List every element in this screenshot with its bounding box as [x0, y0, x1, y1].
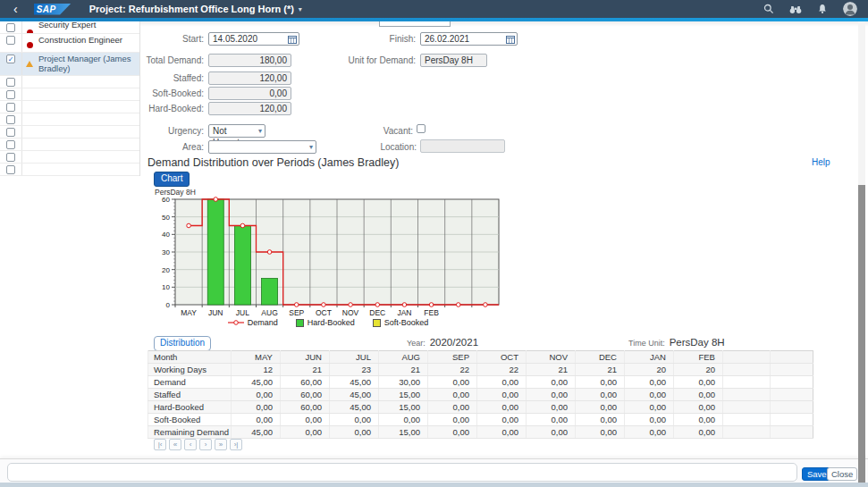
table-cell-empty — [722, 426, 770, 439]
table-cell: NOV — [526, 351, 575, 364]
start-date-input[interactable]: 14.05.2020 — [208, 32, 299, 46]
chevron-down-icon: ▾ — [258, 125, 262, 137]
hard-booked-input[interactable]: 120,00 — [208, 102, 291, 115]
pager-last-button[interactable]: ›| — [230, 439, 242, 450]
resource-checkbox[interactable] — [6, 153, 15, 162]
table-cell: 45,00 — [329, 389, 378, 401]
svg-text:30: 30 — [162, 248, 170, 256]
table-cell: 0,00 — [427, 401, 476, 414]
table-cell: FEB — [673, 351, 722, 364]
resource-list: Security ExpertConstruction Engineer✓Pro… — [0, 21, 140, 176]
pager-next-button[interactable]: › — [199, 439, 212, 450]
legend-label: Soft-Booked — [384, 318, 429, 327]
resource-row-empty — [0, 76, 139, 88]
pager-fast-forward-button[interactable]: » — [215, 439, 227, 450]
notifications-bell-icon[interactable] — [817, 4, 828, 14]
binoculars-icon[interactable] — [789, 4, 802, 14]
table-cell: 0,00 — [673, 414, 722, 426]
table-cell: 0,00 — [575, 426, 624, 439]
finish-date-input[interactable]: 26.02.2021 — [420, 32, 518, 46]
pager-fast-rewind-button[interactable]: « — [169, 439, 181, 450]
search-icon[interactable] — [763, 4, 774, 14]
table-cell: 0,00 — [673, 426, 722, 439]
resource-label: Construction Engineer — [37, 34, 124, 46]
svg-text:50: 50 — [162, 214, 170, 222]
table-cell-empty — [722, 401, 770, 414]
resource-row[interactable]: ✓Project Manager (James Bradley) — [0, 53, 139, 76]
legend-item: Soft-Booked — [373, 318, 429, 327]
row-label: Month — [148, 351, 232, 364]
resource-checkbox[interactable] — [6, 103, 15, 112]
table-cell: 0,00 — [476, 401, 526, 414]
svg-text:20: 20 — [162, 266, 170, 274]
staffed-input[interactable]: 120,00 — [208, 71, 291, 85]
table-cell: 0,00 — [427, 414, 476, 426]
unit-for-demand-input[interactable]: PersDay 8H — [420, 54, 487, 67]
legend-label: Demand — [248, 318, 278, 327]
resource-row-empty — [0, 113, 139, 126]
resource-checkbox[interactable] — [6, 140, 15, 149]
resource-checkbox[interactable] — [6, 23, 15, 32]
distribution-tab-button[interactable]: Distribution — [154, 336, 211, 351]
scrollbar-thumb[interactable] — [858, 185, 865, 483]
location-input[interactable] — [420, 139, 505, 153]
table-cell: 0,00 — [673, 376, 722, 389]
user-avatar[interactable] — [843, 2, 857, 16]
resource-label: Project Manager (James Bradley) — [37, 53, 139, 75]
resource-checkbox[interactable] — [6, 78, 15, 87]
table-cell-empty — [722, 414, 770, 426]
chart-tab-button[interactable]: Chart — [154, 172, 190, 187]
resource-checkbox[interactable] — [6, 36, 15, 45]
resource-checkbox[interactable]: ✓ — [6, 55, 15, 63]
legend-label: Hard-Booked — [308, 318, 355, 327]
calendar-icon[interactable] — [288, 35, 297, 44]
resource-checkbox[interactable] — [6, 165, 15, 174]
help-link[interactable]: Help — [812, 157, 830, 167]
table-cell: OCT — [476, 351, 526, 364]
table-cell-empty — [770, 351, 813, 364]
section-title: Demand Distribution over Periods (James … — [147, 156, 399, 169]
table-row: Hard-Booked0,0060,0045,0015,000,000,000,… — [148, 401, 813, 414]
table-cell: 60,00 — [280, 376, 329, 389]
table-cell: DEC — [575, 351, 624, 364]
area-select[interactable]: ▾ — [208, 140, 316, 154]
table-cell: 15,00 — [378, 426, 427, 439]
urgency-select[interactable]: Not Urgent ▾ — [208, 124, 265, 138]
table-cell: 0,00 — [526, 376, 575, 389]
table-cell-empty — [722, 376, 770, 389]
resource-row[interactable]: Security Expert — [0, 21, 139, 34]
table-cell: 45,00 — [231, 426, 280, 439]
resource-row-empty — [0, 88, 139, 101]
table-cell: 15,00 — [378, 389, 427, 401]
resource-checkbox[interactable] — [6, 128, 15, 137]
message-strip[interactable] — [7, 463, 797, 482]
back-icon[interactable]: ‹ — [13, 3, 18, 15]
svg-text:MAY: MAY — [181, 308, 197, 317]
vertical-scrollbar[interactable] — [858, 21, 865, 483]
table-cell-empty — [770, 376, 813, 389]
resource-checkbox[interactable] — [6, 90, 15, 99]
table-cell: 0,00 — [329, 426, 378, 439]
pager-first-button[interactable]: |‹ — [154, 439, 166, 450]
table-row: Working Days12212321222221212020 — [148, 364, 813, 376]
vacant-checkbox[interactable] — [417, 124, 426, 133]
page-title[interactable]: Project: Refurbishment Office Long Horn … — [89, 4, 294, 14]
table-cell: 0,00 — [427, 426, 476, 439]
legend-swatch-icon — [373, 319, 381, 327]
legend-item: Demand — [228, 318, 278, 327]
total-demand-input[interactable]: 180,00 — [208, 54, 291, 67]
table-cell: 0,00 — [231, 401, 280, 414]
close-button[interactable]: Close — [827, 467, 857, 481]
cutoff-scrolled-field — [379, 21, 451, 27]
svg-text:40: 40 — [162, 231, 170, 239]
table-cell: 0,00 — [575, 376, 624, 389]
soft-booked-input[interactable]: 0,00 — [208, 87, 291, 100]
title-caret-icon[interactable]: ▾ — [299, 5, 302, 13]
table-cell: 21 — [526, 364, 575, 376]
table-cell: 45,00 — [231, 376, 280, 389]
resource-checkbox[interactable] — [6, 115, 15, 124]
pager-prev-button[interactable]: ‹ — [184, 439, 197, 450]
resource-row[interactable]: Construction Engineer — [0, 34, 139, 53]
table-cell: 45,00 — [329, 401, 378, 414]
calendar-icon[interactable] — [506, 35, 515, 44]
